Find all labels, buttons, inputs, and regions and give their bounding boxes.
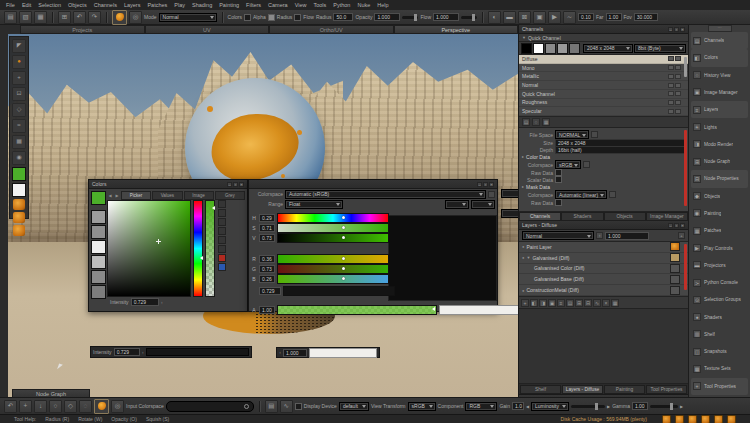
- status-indicator-icon[interactable]: [727, 415, 736, 423]
- channel-grid-icon[interactable]: ▦: [542, 118, 550, 126]
- mask-colorspace-reset-button[interactable]: [609, 191, 616, 198]
- share-icon[interactable]: [675, 100, 681, 105]
- channel-row[interactable]: Mono: [519, 64, 688, 73]
- select-tool[interactable]: ◤: [12, 39, 26, 53]
- color-data-section[interactable]: ▸ Color Data: [519, 153, 688, 160]
- tab-shaders[interactable]: Shaders: [561, 212, 603, 221]
- status-indicator-icon[interactable]: [662, 415, 671, 423]
- sidebar-item-node-properties[interactable]: ⊟Node Properties: [691, 170, 748, 187]
- sidebar-item-projectors[interactable]: ▬Projectors: [691, 257, 748, 274]
- paint-mode-dropdown[interactable]: Normal: [159, 13, 217, 22]
- sidebar-item-selection-groups[interactable]: ⊙Selection Groups: [691, 291, 748, 308]
- blend-amount-field[interactable]: 1.000: [605, 232, 649, 240]
- slider-right-icon[interactable]: ▶: [607, 404, 610, 409]
- sidebar-item-tool-properties[interactable]: +Tool Properties: [691, 378, 748, 395]
- close-icon[interactable]: ×: [489, 182, 494, 187]
- layer-row[interactable]: ● ConstructionMetal (Diff): [519, 285, 688, 296]
- properties-scrollbar[interactable]: [684, 130, 687, 206]
- layer-row-paint[interactable]: ● Paint Layer: [519, 242, 688, 253]
- menu-objects[interactable]: Objects: [68, 2, 87, 8]
- shelf-color-icon[interactable]: [13, 212, 25, 223]
- minimize-icon[interactable]: –: [668, 223, 673, 228]
- colorspace-reset-button[interactable]: [488, 191, 495, 198]
- channel-row[interactable]: Specular: [519, 107, 688, 116]
- picker-option-icon[interactable]: [218, 245, 226, 253]
- share-icon[interactable]: [675, 74, 681, 79]
- tab-channels[interactable]: Channels: [519, 212, 561, 221]
- luminosity-dropdown[interactable]: Luminosity: [531, 402, 569, 411]
- red-field[interactable]: 0.36: [259, 255, 275, 263]
- curve-icon[interactable]: ∿: [280, 400, 293, 413]
- mask-colorspace-dropdown[interactable]: Automatic (linear): [555, 190, 607, 199]
- new-project-icon[interactable]: ▤: [4, 11, 17, 24]
- green-gradient-slider[interactable]: [277, 264, 389, 274]
- share-icon[interactable]: [675, 56, 681, 61]
- history-swatch[interactable]: [91, 270, 106, 284]
- status-indicator-icon[interactable]: [688, 415, 697, 423]
- opacity-field[interactable]: 1.000: [374, 13, 400, 21]
- channel-row[interactable]: Quick Channel: [519, 90, 688, 99]
- value-field[interactable]: 0.73: [259, 234, 275, 242]
- gamma-slider[interactable]: [650, 405, 678, 408]
- intensity-spinner[interactable]: ↕: [142, 350, 144, 355]
- graph-layer-icon[interactable]: ∿: [593, 299, 601, 307]
- blur-tool[interactable]: ◉: [12, 151, 26, 165]
- eraser-tool[interactable]: ◇: [12, 103, 26, 117]
- shelf-color-icon[interactable]: [13, 199, 25, 210]
- view-transform-dropdown[interactable]: sRGB: [408, 402, 436, 411]
- tab-shelf[interactable]: Shelf: [520, 385, 561, 394]
- layers-palette-header[interactable]: Layers - Diffuse – ▫ ×: [519, 221, 688, 230]
- zoom-tool[interactable]: ⊡: [12, 87, 26, 101]
- play-icon[interactable]: ▶: [548, 11, 561, 24]
- picker-option-icon[interactable]: [218, 227, 226, 235]
- menu-channels[interactable]: Channels: [94, 2, 117, 8]
- floating-alpha-field[interactable]: 1.000: [283, 349, 307, 357]
- float-icon[interactable]: ▫: [674, 27, 679, 32]
- blue-gradient-slider[interactable]: [277, 274, 389, 284]
- flow-slider[interactable]: [461, 16, 477, 19]
- swap-colors-icon[interactable]: [218, 209, 226, 217]
- share-icon[interactable]: [675, 91, 681, 96]
- layer-menu-icon[interactable]: ▦: [611, 299, 619, 307]
- colors-palette-header[interactable]: Colors – ▫ ×: [89, 180, 247, 189]
- menu-tools[interactable]: Tools: [313, 2, 326, 8]
- redo-icon[interactable]: ↷: [88, 11, 101, 24]
- tab-values[interactable]: Values: [152, 191, 182, 200]
- sidebar-item-node-graph[interactable]: ⊞Node Graph: [691, 153, 748, 170]
- menu-painting[interactable]: Painting: [219, 2, 239, 8]
- float-icon[interactable]: ▫: [233, 182, 238, 187]
- channel-row[interactable]: Metallic: [519, 72, 688, 81]
- sidebar-item-image-manager[interactable]: ▣Image Manager: [691, 84, 748, 101]
- saturation-value-square[interactable]: [107, 200, 191, 297]
- smear-tool[interactable]: ≈: [12, 119, 26, 133]
- cache-icon[interactable]: [668, 83, 674, 88]
- tab-layers-diffuse[interactable]: Layers - Diffuse: [562, 385, 603, 394]
- sidebar-more-icon[interactable]: ···: [708, 25, 732, 32]
- status-indicator-icon[interactable]: [675, 415, 684, 423]
- tab-uv[interactable]: UV: [145, 25, 270, 34]
- sync-channel-icon[interactable]: ○: [532, 118, 540, 126]
- import-icon[interactable]: ⊞: [58, 11, 71, 24]
- tab-tool-properties[interactable]: Tool Properties: [646, 385, 687, 394]
- cache-icon[interactable]: [668, 100, 674, 105]
- alpha-slider[interactable]: [205, 200, 215, 297]
- intensity-field[interactable]: 0.729: [131, 298, 159, 306]
- saturation-field[interactable]: 0.71: [259, 224, 275, 232]
- tab-ortho-uv[interactable]: Ortho/UV: [269, 25, 394, 34]
- blend-spinner[interactable]: ↕: [596, 232, 603, 239]
- float-icon[interactable]: ▫: [674, 223, 679, 228]
- current-color-swatch[interactable]: [91, 191, 106, 205]
- minimize-icon[interactable]: –: [227, 182, 232, 187]
- add-group-icon[interactable]: ▣: [548, 299, 556, 307]
- menu-python[interactable]: Python: [333, 2, 350, 8]
- value-gradient-slider[interactable]: [277, 233, 389, 243]
- channel-swatch[interactable]: [533, 43, 544, 54]
- menu-file[interactable]: File: [6, 2, 15, 8]
- tab-objects[interactable]: Objects: [604, 212, 646, 221]
- shelf-color-icon[interactable]: [13, 225, 25, 236]
- tab-scroll-left-icon[interactable]: ◀: [107, 193, 113, 198]
- gamma-field[interactable]: 1.00: [632, 402, 648, 410]
- tab-painting[interactable]: Painting: [604, 385, 645, 394]
- merge-layers-icon[interactable]: ≡: [557, 299, 565, 307]
- layer-row-child[interactable]: Galvanised Base (Diff): [519, 274, 688, 285]
